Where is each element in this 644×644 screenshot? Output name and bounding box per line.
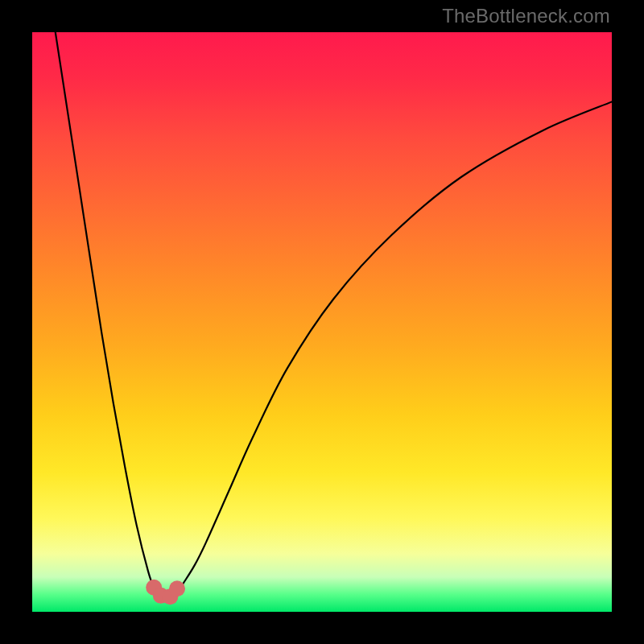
- chart-svg: [32, 32, 612, 612]
- plot-area: [32, 32, 612, 612]
- watermark-text: TheBottleneck.com: [442, 5, 610, 27]
- bottleneck-curve: [56, 32, 612, 599]
- chart-frame: TheBottleneck.com: [0, 0, 644, 644]
- curve-layer: [56, 32, 612, 599]
- valley-marker-4: [169, 580, 185, 597]
- marker-layer: [146, 580, 185, 605]
